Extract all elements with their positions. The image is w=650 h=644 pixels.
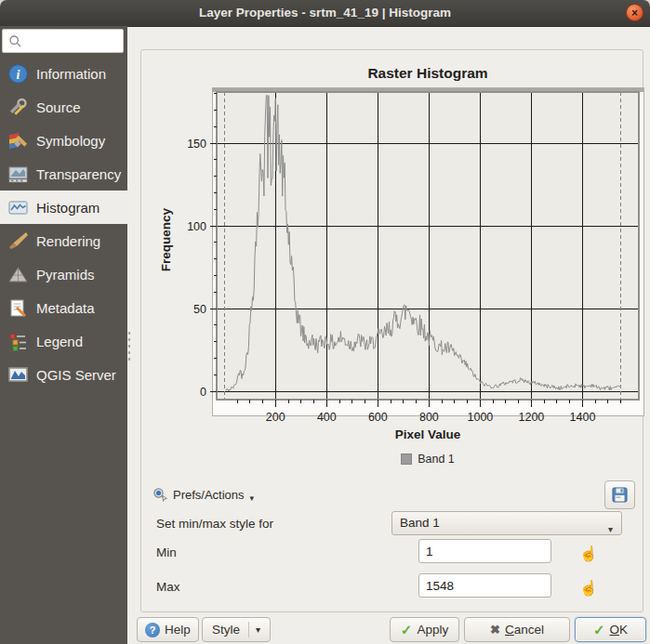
svg-text:1400: 1400 bbox=[570, 411, 596, 424]
svg-text:i: i bbox=[17, 67, 20, 81]
band-select-value: Band 1 bbox=[400, 516, 440, 530]
chart-legend: Band 1 bbox=[186, 453, 650, 466]
sidebar-item-label: Information bbox=[36, 66, 106, 82]
cancel-label: Cancel bbox=[505, 623, 544, 637]
max-label: Max bbox=[156, 580, 180, 594]
prefs-actions-label: Prefs/Actions bbox=[173, 488, 245, 502]
chart-title: Raster Histogram bbox=[186, 65, 650, 82]
brush-icon bbox=[7, 230, 29, 252]
min-input[interactable] bbox=[418, 539, 551, 563]
sidebar-item-label: Histogram bbox=[36, 200, 99, 216]
svg-text:150: 150 bbox=[187, 138, 206, 151]
sidebar-item-transparency[interactable]: Transparency bbox=[0, 157, 127, 191]
svg-text:400: 400 bbox=[317, 411, 337, 424]
sidebar-nav: i Information Source Symbology Transpare… bbox=[0, 57, 127, 391]
apply-button[interactable]: ✓ Apply bbox=[390, 617, 459, 642]
transparency-icon bbox=[7, 164, 29, 185]
y-axis-label: Frequency bbox=[159, 208, 173, 271]
style-label: Style bbox=[212, 623, 240, 637]
paintbrush-icon bbox=[7, 130, 29, 151]
histogram-icon bbox=[7, 197, 29, 218]
sidebar-item-label: Metadata bbox=[36, 300, 95, 316]
cancel-button[interactable]: ✖ Cancel bbox=[464, 617, 570, 642]
wrench-icon bbox=[7, 97, 29, 118]
prefs-actions-button[interactable]: Prefs/Actions ▾ bbox=[147, 482, 259, 506]
cross-icon: ✖ bbox=[490, 623, 500, 637]
sidebar-item-label: Rendering bbox=[36, 233, 100, 249]
sidebar: i Information Source Symbology Transpare… bbox=[0, 26, 127, 644]
x-axis-label: Pixel Value bbox=[186, 427, 650, 441]
legend-swatch bbox=[401, 453, 412, 465]
sidebar-item-metadata[interactable]: Metadata bbox=[0, 291, 127, 324]
legend-label: Band 1 bbox=[418, 453, 455, 466]
save-icon bbox=[611, 486, 629, 504]
chevron-down-icon: ▾ bbox=[608, 519, 613, 541]
help-label: Help bbox=[165, 623, 191, 637]
svg-text:1200: 1200 bbox=[519, 411, 545, 424]
sidebar-item-label: Symbology bbox=[36, 133, 105, 149]
sidebar-item-legend[interactable]: Legend bbox=[0, 324, 127, 358]
svg-text:100: 100 bbox=[187, 220, 206, 233]
sidebar-item-label: Legend bbox=[36, 334, 83, 349]
splitter-handle[interactable] bbox=[127, 330, 131, 361]
check-icon: ✓ bbox=[401, 622, 413, 638]
svg-text:50: 50 bbox=[193, 303, 206, 316]
map-icon bbox=[7, 364, 29, 386]
pyramid-icon bbox=[7, 264, 29, 285]
set-minmax-label: Set min/max style for bbox=[156, 517, 273, 531]
search-icon bbox=[8, 34, 22, 48]
svg-text:200: 200 bbox=[266, 411, 285, 424]
hand-pointer-icon[interactable]: ☝ bbox=[577, 542, 600, 564]
save-button[interactable] bbox=[604, 480, 635, 509]
sidebar-item-information[interactable]: i Information bbox=[0, 57, 127, 90]
svg-text:1000: 1000 bbox=[467, 411, 493, 424]
ok-label: OK bbox=[610, 623, 629, 637]
close-icon[interactable]: × bbox=[626, 4, 643, 21]
sidebar-item-label: QGIS Server bbox=[36, 367, 116, 383]
search-input[interactable] bbox=[2, 29, 124, 53]
sidebar-item-rendering[interactable]: Rendering bbox=[0, 224, 127, 257]
sidebar-item-histogram[interactable]: Histogram bbox=[0, 191, 127, 224]
separator bbox=[248, 622, 249, 637]
check-icon: ✓ bbox=[593, 622, 605, 638]
chevron-down-icon: ▾ bbox=[250, 493, 255, 503]
layer-properties-dialog: Layer Properties - srtm_41_19 | Histogra… bbox=[0, 0, 650, 644]
max-input[interactable] bbox=[418, 573, 551, 598]
min-label: Min bbox=[156, 545, 177, 559]
sidebar-item-label: Source bbox=[36, 99, 81, 115]
style-button[interactable]: Style ▾ bbox=[202, 617, 271, 642]
svg-text:800: 800 bbox=[419, 411, 439, 424]
ok-button[interactable]: ✓ OK bbox=[575, 617, 646, 642]
sidebar-item-symbology[interactable]: Symbology bbox=[0, 124, 127, 157]
sidebar-item-source[interactable]: Source bbox=[0, 90, 127, 124]
sidebar-item-label: Pyramids bbox=[36, 267, 95, 283]
sidebar-item-pyramids[interactable]: Pyramids bbox=[0, 257, 127, 291]
titlebar[interactable]: Layer Properties - srtm_41_19 | Histogra… bbox=[0, 0, 650, 27]
info-icon: i bbox=[7, 63, 29, 85]
window-title: Layer Properties - srtm_41_19 | Histogra… bbox=[0, 0, 650, 26]
apply-label: Apply bbox=[417, 623, 448, 637]
sidebar-item-qgis-server[interactable]: QGIS Server bbox=[0, 358, 127, 391]
hand-pointer-icon[interactable]: ☝ bbox=[577, 576, 600, 598]
sidebar-item-label: Transparency bbox=[36, 166, 121, 182]
histogram-chart[interactable]: 050100150200400600800100012001400 bbox=[167, 87, 650, 433]
svg-text:600: 600 bbox=[368, 411, 388, 424]
document-pencil-icon bbox=[7, 297, 29, 319]
band-select[interactable]: Band 1 ▾ bbox=[391, 511, 622, 535]
prefs-icon bbox=[153, 487, 167, 502]
legend-icon bbox=[7, 331, 29, 352]
chevron-down-icon: ▾ bbox=[256, 624, 260, 635]
help-icon: ? bbox=[145, 623, 160, 637]
svg-text:0: 0 bbox=[200, 386, 206, 399]
help-button[interactable]: ? Help bbox=[137, 617, 199, 642]
